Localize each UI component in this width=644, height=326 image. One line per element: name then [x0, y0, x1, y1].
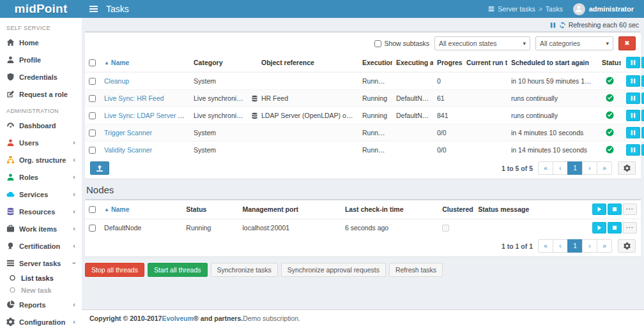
- sort-by-name-link[interactable]: ▲ Name: [104, 59, 129, 66]
- tasks-table-settings-button[interactable]: [618, 161, 636, 175]
- sidebar-item-certification[interactable]: Certification‹: [0, 237, 82, 255]
- sidebar-item-roles[interactable]: Roles‹: [0, 168, 82, 186]
- sidebar-item-work-items[interactable]: Work items‹: [0, 220, 82, 237]
- nodes-page-button[interactable]: «: [538, 239, 553, 253]
- sort-nodes-by-name-link[interactable]: ▲ Name: [104, 205, 129, 213]
- midpoint-app: midPoint Tasks Server tasks > Tasks admi…: [0, 0, 644, 326]
- stop-scheduler-button[interactable]: [608, 204, 622, 215]
- sidebar-item-dashboard[interactable]: Dashboard: [0, 117, 82, 134]
- sidebar-item-users[interactable]: Users‹: [0, 134, 82, 151]
- synchronize-tasks-button[interactable]: Synchronize tasks: [211, 263, 278, 277]
- select-task-checkbox[interactable]: [89, 112, 96, 119]
- select-all-tasks-checkbox[interactable]: [89, 59, 96, 66]
- more-node-actions-button[interactable]: ···: [623, 204, 637, 215]
- sidebar-item-services[interactable]: Services‹: [0, 186, 82, 203]
- gear-icon: [624, 165, 631, 172]
- show-subtasks-toggle[interactable]: Show subtasks: [374, 40, 429, 47]
- task-name-link[interactable]: Cleanup: [104, 77, 129, 85]
- resource-ref-icon: [251, 112, 254, 119]
- caret-down-icon: ▾: [606, 40, 609, 47]
- tasks-page-button[interactable]: 1: [567, 161, 583, 175]
- stop-all-threads-button[interactable]: Stop all threads: [85, 263, 144, 277]
- app-logo[interactable]: midPoint: [0, 0, 82, 18]
- run-now-button[interactable]: [641, 75, 644, 87]
- clear-search-button[interactable]: ✖: [618, 36, 636, 50]
- nodes-table: ▲ NameStatusManagement portLast check-in…: [85, 200, 641, 236]
- run-now-button[interactable]: [641, 110, 644, 121]
- select-task-checkbox[interactable]: [89, 130, 96, 137]
- tasks-header-row: ▲ NameCategoryObject referenceExecutionE…: [85, 54, 644, 72]
- user-menu[interactable]: administrator: [573, 3, 638, 15]
- suspend-task-button[interactable]: [626, 110, 640, 121]
- start-scheduler-button[interactable]: [592, 204, 606, 215]
- run-now-button[interactable]: [641, 127, 644, 138]
- suspend-task-button[interactable]: [626, 93, 640, 104]
- synchronize-approval-requests-button[interactable]: Synchronize approval requests: [281, 263, 386, 277]
- server-tasks-icon: [488, 6, 494, 12]
- gear-icon: [6, 318, 15, 326]
- select-task-checkbox[interactable]: [89, 147, 96, 154]
- pie-icon: [6, 300, 15, 309]
- more-node-actions-button[interactable]: ···: [623, 222, 637, 233]
- sidebar-item-new-task[interactable]: New task: [0, 284, 82, 296]
- nodes-page-button[interactable]: ›: [582, 239, 597, 253]
- tasks-page-button[interactable]: ›: [582, 161, 597, 175]
- nodes-page-button[interactable]: ‹: [553, 239, 568, 253]
- run-now-button[interactable]: [641, 57, 644, 68]
- breadcrumb-page: Tasks: [546, 5, 563, 13]
- stop-scheduler-button[interactable]: [608, 222, 622, 233]
- categories-select[interactable]: All categories ▾: [535, 36, 613, 50]
- breadcrumb-section[interactable]: Server tasks: [498, 5, 535, 13]
- run-now-button[interactable]: [641, 93, 644, 104]
- start-scheduler-button[interactable]: [592, 222, 606, 233]
- nodes-page-button[interactable]: 1: [567, 239, 583, 253]
- sidebar-item-configuration[interactable]: Configuration‹: [0, 313, 82, 326]
- start-all-threads-button[interactable]: Start all threads: [148, 263, 208, 277]
- sidebar-item-list-tasks[interactable]: List tasks: [0, 272, 82, 284]
- refresh-now-button[interactable]: [559, 22, 566, 29]
- select-node-checkbox[interactable]: [89, 225, 96, 232]
- nodes-table-settings-button[interactable]: [618, 239, 636, 253]
- suspend-task-button[interactable]: [626, 75, 640, 87]
- nodes-pagination-summary: 1 to 1 of 1: [502, 242, 533, 250]
- task-name-link[interactable]: Live Sync: LDAP Server (OpenLDAP): [104, 112, 190, 119]
- task-name-link[interactable]: Live Sync: HR Feed: [104, 94, 164, 102]
- tasks-page-button[interactable]: ‹: [553, 161, 568, 175]
- sidebar-item-profile[interactable]: Profile: [0, 51, 82, 68]
- sidebar-item-org-structure[interactable]: Org. structure‹: [0, 151, 82, 168]
- sidebar-section-label: SELF SERVICE: [0, 20, 82, 34]
- evolveum-link[interactable]: Evolveum: [162, 315, 194, 322]
- refresh-label: Refreshing each 60 sec: [569, 21, 639, 29]
- suspend-task-button[interactable]: [626, 57, 640, 68]
- execution-states-select[interactable]: All execution states ▾: [434, 36, 530, 50]
- tasks-icon: [6, 259, 15, 267]
- sidebar-toggle-button[interactable]: [88, 3, 99, 15]
- task-row: CleanupSystemRunnable0in 10 hours 59 min…: [85, 72, 644, 90]
- select-task-checkbox[interactable]: [89, 78, 96, 85]
- sidebar-item-credentials[interactable]: Credentials: [0, 68, 82, 85]
- sidebar-item-server-tasks[interactable]: Server tasks‹: [0, 255, 82, 272]
- refresh-tasks-button[interactable]: Refresh tasks: [389, 263, 443, 277]
- sidebar-item-home[interactable]: Home: [0, 34, 82, 51]
- suspend-task-button[interactable]: [626, 127, 640, 138]
- nodes-panel: ▲ NameStatusManagement portLast check-in…: [85, 199, 641, 256]
- sidebar-item-reports[interactable]: Reports‹: [0, 296, 82, 313]
- chevron-left-icon: ‹: [73, 139, 75, 146]
- tasks-page-button[interactable]: «: [538, 161, 553, 175]
- task-name-link[interactable]: Validity Scanner: [104, 146, 152, 154]
- task-name-link[interactable]: Trigger Scanner: [104, 129, 152, 137]
- pause-refresh-button[interactable]: [549, 22, 556, 29]
- suspend-task-button[interactable]: [626, 144, 640, 156]
- select-task-checkbox[interactable]: [89, 95, 96, 102]
- tasks-page-button[interactable]: »: [597, 161, 612, 175]
- download-tasks-button[interactable]: [90, 161, 109, 175]
- select-all-nodes-checkbox[interactable]: [89, 206, 96, 213]
- sidebar-item-resources[interactable]: Resources‹: [0, 203, 82, 220]
- tasks-panel: Show subtasks All execution states ▾ All…: [85, 31, 641, 179]
- run-now-button[interactable]: [641, 144, 644, 156]
- sidebar-item-request-a-role[interactable]: Request a role: [0, 85, 82, 103]
- shield-icon: [6, 73, 15, 81]
- breadcrumb: Server tasks > Tasks: [488, 5, 562, 13]
- show-subtasks-checkbox[interactable]: [374, 40, 381, 47]
- nodes-page-button[interactable]: »: [597, 239, 612, 253]
